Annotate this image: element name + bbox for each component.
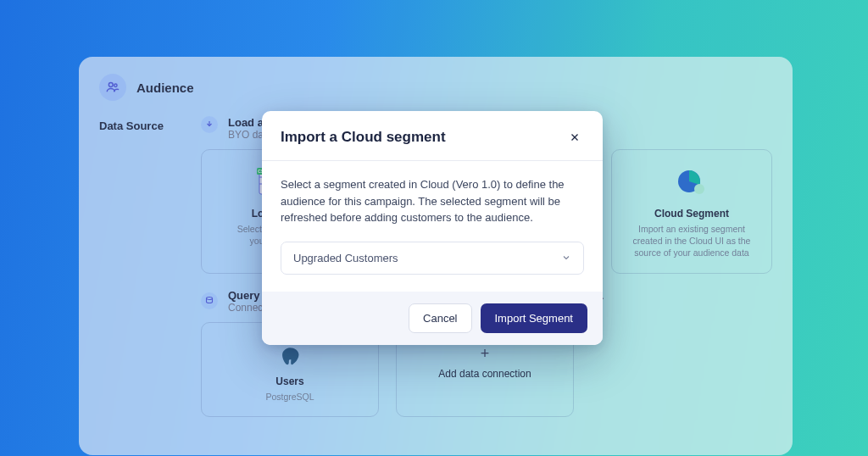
- segment-select[interactable]: Upgraded Customers: [281, 242, 584, 275]
- import-segment-button[interactable]: Import Segment: [481, 303, 588, 333]
- modal-header: Import a Cloud segment: [262, 111, 603, 161]
- chevron-down-icon: [561, 253, 571, 263]
- modal-description: Select a segment created in Cloud (Vero …: [281, 176, 584, 226]
- close-icon: [569, 131, 581, 143]
- cancel-button[interactable]: Cancel: [409, 303, 471, 333]
- modal-title: Import a Cloud segment: [281, 129, 446, 146]
- modal-footer: Cancel Import Segment: [262, 292, 603, 345]
- segment-select-value: Upgraded Customers: [293, 252, 398, 264]
- close-button[interactable]: [565, 128, 584, 147]
- modal-body: Select a segment created in Cloud (Vero …: [262, 161, 603, 292]
- import-segment-modal: Import a Cloud segment Select a segment …: [262, 111, 603, 345]
